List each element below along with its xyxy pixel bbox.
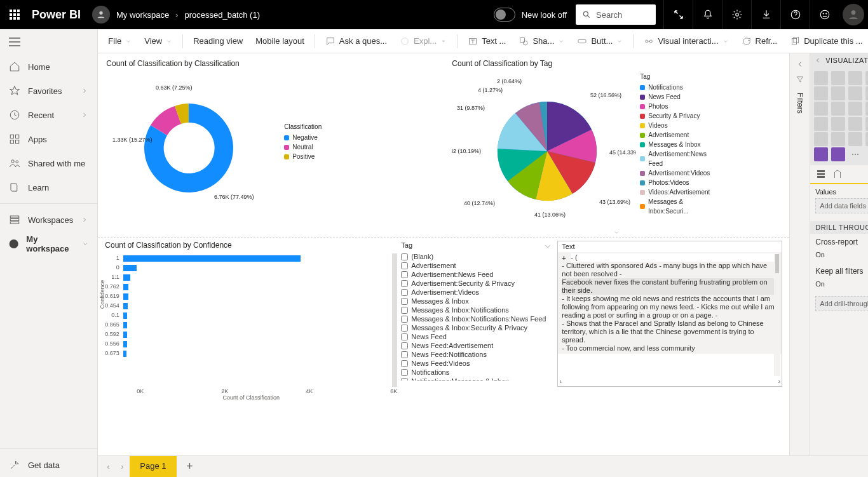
text-column-header[interactable]: Text [558, 241, 782, 252]
slicer-checkbox[interactable] [401, 271, 408, 278]
report-canvas[interactable]: Count of Classification by Classificatio… [98, 53, 789, 455]
nav-myworkspace[interactable]: My workspace [0, 232, 97, 256]
slicer-checkbox[interactable] [401, 262, 408, 269]
slicer-checkbox[interactable] [401, 298, 408, 305]
nav-getdata[interactable]: Get data [0, 453, 97, 477]
viz-type-icon[interactable] [865, 102, 868, 116]
ribbon-textbox[interactable]: Text ... [463, 32, 511, 51]
nav-favorites[interactable]: Favorites [0, 79, 97, 103]
drillthrough-field-well[interactable]: Add drill-through fields here [815, 296, 868, 311]
ribbon-view[interactable]: View [139, 32, 177, 51]
slicer-item[interactable]: News Feed [401, 332, 553, 341]
viz-type-icon[interactable] [814, 102, 828, 116]
nav-apps[interactable]: Apps [0, 127, 97, 151]
ribbon-visual-interactions[interactable]: Visual interacti... [639, 32, 733, 51]
viz-more-icon[interactable]: ⋯ [848, 147, 862, 161]
account-button[interactable] [839, 0, 868, 29]
viz-type-icon[interactable] [814, 71, 828, 85]
add-page-button[interactable]: + [178, 460, 202, 473]
ribbon-shapes[interactable]: Sha... [513, 32, 569, 51]
values-field-well[interactable]: Add data fields here [815, 198, 868, 213]
viz-type-icon[interactable] [831, 102, 845, 116]
notifications-button[interactable] [693, 0, 722, 29]
viz-type-icon[interactable] [848, 71, 862, 85]
visual-text-table[interactable]: Text + - (- Cluttered with sponsored Ads… [557, 241, 782, 401]
viz-type-icon[interactable] [865, 117, 868, 131]
chevron-down-icon[interactable] [543, 242, 552, 251]
ribbon-refresh[interactable]: Refr... [736, 32, 783, 51]
viz-type-icon[interactable] [848, 117, 862, 131]
nav-home[interactable]: Home [0, 55, 97, 79]
viz-type-icon[interactable] [865, 71, 868, 85]
feedback-button[interactable] [810, 0, 839, 29]
slicer-checkbox[interactable] [401, 360, 408, 367]
viz-pane-header[interactable]: VISUALIZATIONS [810, 53, 868, 67]
slicer-checkbox[interactable] [401, 333, 408, 340]
slicer-item[interactable]: Advertisement [401, 261, 553, 270]
help-button[interactable] [780, 0, 810, 29]
slicer-item[interactable]: Notifications [401, 368, 553, 377]
slicer-checkbox[interactable] [401, 342, 408, 349]
slicer-checkbox[interactable] [401, 351, 408, 358]
viz-type-icon[interactable] [848, 86, 862, 100]
scrollbar[interactable] [392, 253, 397, 387]
viz-type-icon[interactable] [814, 147, 828, 161]
ribbon-mobile-layout[interactable]: Mobile layout [250, 32, 309, 51]
slicer-item[interactable]: Messages & Inbox:Notifications [401, 306, 553, 314]
slicer-item[interactable]: Advertisement:Security & Privacy [401, 279, 553, 288]
app-launcher[interactable] [0, 0, 29, 29]
viz-type-icon[interactable] [865, 132, 868, 146]
slicer-item[interactable]: News Feed:Advertisement [401, 341, 553, 350]
settings-button[interactable] [722, 0, 751, 29]
viz-type-icon[interactable] [865, 86, 868, 100]
slicer-item[interactable]: News Feed:Notifications [401, 350, 553, 359]
search-input[interactable]: Search [576, 4, 656, 25]
slicer-item[interactable]: News Feed:Videos [401, 359, 553, 368]
visual-donut[interactable]: Count of Classification by Classificatio… [98, 53, 444, 238]
slicer-item[interactable]: Notifications:Messages & Inbox [401, 377, 553, 380]
format-tab-icon[interactable] [832, 168, 843, 180]
nav-collapse-button[interactable] [0, 29, 97, 55]
chevron-down-icon[interactable] [611, 229, 621, 236]
visual-slicer-tag[interactable]: Tag (Blank)AdvertisementAdvertisement:Ne… [401, 241, 553, 401]
viz-type-icon[interactable] [831, 117, 845, 131]
viz-type-icon[interactable] [831, 132, 845, 146]
slicer-checkbox[interactable] [401, 378, 408, 381]
viz-type-icon[interactable] [831, 71, 845, 85]
slicer-item[interactable]: Messages & Inbox:Security & Privacy [401, 323, 553, 332]
viz-type-icon[interactable] [814, 86, 828, 100]
slicer-item[interactable]: Advertisement:Videos [401, 288, 553, 297]
new-look-toggle[interactable] [494, 8, 515, 22]
ribbon-duplicate[interactable]: Duplicate this ... [785, 32, 868, 51]
slicer-item[interactable]: Messages & Inbox:Notifications:News Feed [401, 314, 553, 323]
ribbon-file[interactable]: File [103, 32, 137, 51]
viz-type-icon[interactable] [831, 86, 845, 100]
slicer-checkbox[interactable] [401, 316, 408, 323]
download-button[interactable] [751, 0, 780, 29]
page-tab[interactable]: Page 1 [130, 456, 176, 478]
fields-tab-icon[interactable] [815, 168, 827, 180]
h-scrollbar[interactable]: ‹› [559, 377, 780, 385]
tab-scroll-right[interactable]: › [116, 462, 128, 471]
viz-type-icon[interactable] [831, 147, 845, 161]
viz-type-icon[interactable] [848, 132, 862, 146]
breadcrumb-report[interactable]: processed_batch (1) [184, 10, 260, 20]
ribbon-buttons[interactable]: Butt... [572, 32, 628, 51]
viz-type-icon[interactable] [814, 132, 828, 146]
nav-learn[interactable]: Learn [0, 175, 97, 199]
slicer-item[interactable]: Advertisement:News Feed [401, 270, 553, 279]
viz-type-icon[interactable] [814, 117, 828, 131]
expand-icon[interactable]: + [562, 254, 566, 262]
visual-pie[interactable]: Count of Classification by Tag [444, 53, 789, 238]
filters-pane-collapsed[interactable]: Filters [789, 53, 810, 455]
slicer-checkbox[interactable] [401, 369, 408, 376]
ribbon-ask-question[interactable]: Ask a ques... [320, 32, 392, 51]
nav-workspaces[interactable]: Workspaces [0, 208, 97, 232]
breadcrumb-workspace[interactable]: My workspace [116, 10, 169, 20]
slicer-checkbox[interactable] [401, 280, 408, 287]
nav-shared[interactable]: Shared with me [0, 151, 97, 175]
slicer-item[interactable]: Messages & Inbox [401, 297, 553, 306]
ribbon-reading-view[interactable]: Reading view [188, 32, 248, 51]
nav-recent[interactable]: Recent [0, 103, 97, 127]
viz-type-icon[interactable] [848, 102, 862, 116]
